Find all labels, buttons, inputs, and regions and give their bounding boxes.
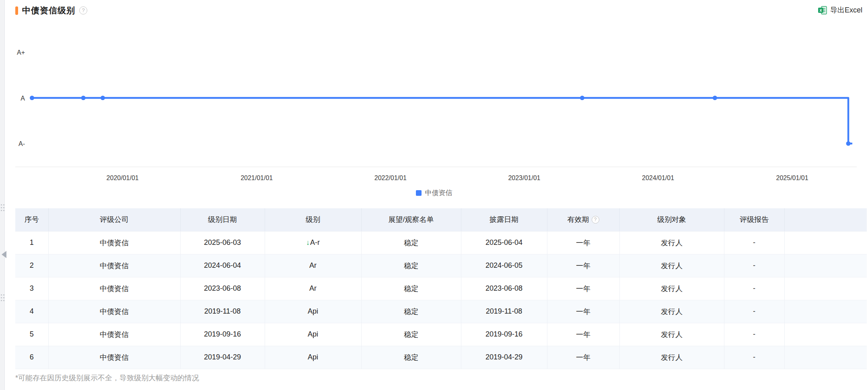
cell-outlook: 稳定 xyxy=(361,254,461,277)
cell-disclosure-date: 2019-11-08 xyxy=(461,300,547,323)
cell-rating: Api xyxy=(265,300,361,323)
column-header-label: 序号 xyxy=(25,215,39,224)
export-excel-button[interactable]: x 导出Excel xyxy=(818,5,862,15)
data-point[interactable] xyxy=(81,96,86,100)
cell--blank xyxy=(784,346,867,369)
data-point[interactable] xyxy=(101,96,105,100)
cell-report: - xyxy=(724,300,784,323)
cell-target: 发行人 xyxy=(619,300,724,323)
cell-disclosure-date: 2025-06-04 xyxy=(461,231,547,254)
cell-outlook: 稳定 xyxy=(361,346,461,369)
cell--blank xyxy=(784,231,867,254)
data-point[interactable] xyxy=(713,96,717,100)
cell-disclosure-date: 2024-06-05 xyxy=(461,254,547,277)
title-accent-bar xyxy=(15,6,18,15)
section-header: 中债资信级别 ? xyxy=(15,5,87,16)
cell-rating: Ar xyxy=(265,277,361,300)
cell-target: 发行人 xyxy=(619,277,724,300)
cell-rating-date: 2019-11-08 xyxy=(180,300,265,323)
column-header-label: 评级报告 xyxy=(740,215,769,224)
column-header-label: 评级公司 xyxy=(100,215,129,224)
cell-target: 发行人 xyxy=(619,323,724,346)
cell-company: 中债资信 xyxy=(48,346,180,369)
cell--blank xyxy=(784,277,867,300)
cell-report: - xyxy=(724,346,784,369)
cell-rating-date: 2019-04-29 xyxy=(180,346,265,369)
title-help-icon[interactable]: ? xyxy=(79,6,87,14)
column-header-7: 级别对象 xyxy=(619,208,724,231)
cell-validity: 一年 xyxy=(547,277,619,300)
ratings-table: 序号评级公司级别日期级别展望/观察名单披露日期有效期?级别对象评级报告 1中债资… xyxy=(15,208,867,369)
rating-series-line xyxy=(32,98,852,144)
cell-rating: Api xyxy=(265,323,361,346)
y-axis-label: A- xyxy=(19,140,25,147)
column-header-label: 展望/观察名单 xyxy=(388,215,434,224)
column-header-0: 序号 xyxy=(15,208,48,231)
cell-validity: 一年 xyxy=(547,254,619,277)
table-row[interactable]: 6中债资信2019-04-29Api稳定2019-04-29一年发行人- xyxy=(15,346,867,369)
page: 中债资信级别 ? x 导出Excel A+AA-2020/01/012021/0… xyxy=(0,0,868,390)
table-row[interactable]: 4中债资信2019-11-08Api稳定2019-11-08一年发行人- xyxy=(15,300,867,323)
cell-seq: 4 xyxy=(15,300,48,323)
table-row[interactable]: 5中债资信2019-09-16Api稳定2019-09-16一年发行人- xyxy=(15,323,867,346)
cell-target: 发行人 xyxy=(619,254,724,277)
cell-rating: Ar xyxy=(265,254,361,277)
drag-handle-icon[interactable] xyxy=(1,294,2,296)
column-header-label: 披露日期 xyxy=(490,215,518,224)
table-row[interactable]: 2中债资信2024-06-04Ar稳定2024-06-05一年发行人- xyxy=(15,254,867,277)
rating-history-line-chart[interactable]: A+AA-2020/01/012021/01/012022/01/012023/… xyxy=(0,23,868,185)
ratings-table-container: 序号评级公司级别日期级别展望/观察名单披露日期有效期?级别对象评级报告 1中债资… xyxy=(15,208,867,369)
cell-target: 发行人 xyxy=(619,231,724,254)
column-header-label: 有效期 xyxy=(568,215,589,224)
drag-handle-icon[interactable] xyxy=(1,204,2,205)
cell-seq: 6 xyxy=(15,346,48,369)
cell-outlook: 稳定 xyxy=(361,277,461,300)
page-title: 中债资信级别 xyxy=(22,5,75,16)
cell-company: 中债资信 xyxy=(48,277,180,300)
y-axis-label: A xyxy=(21,95,25,102)
cell-validity: 一年 xyxy=(547,300,619,323)
x-axis-tick-label: 2020/01/01 xyxy=(107,174,139,181)
cell-validity: 一年 xyxy=(547,323,619,346)
x-axis-tick-label: 2025/01/01 xyxy=(776,174,808,181)
table-row[interactable]: 1中债资信2025-06-03↓A-r稳定2025-06-04一年发行人- xyxy=(15,231,867,254)
export-excel-label: 导出Excel xyxy=(830,5,862,15)
cell-rating-date: 2019-09-16 xyxy=(180,323,265,346)
column-header-3: 级别 xyxy=(265,208,361,231)
validity-help-icon[interactable]: ? xyxy=(592,216,599,224)
cell-report: - xyxy=(724,277,784,300)
table-header-row: 序号评级公司级别日期级别展望/观察名单披露日期有效期?级别对象评级报告 xyxy=(15,208,867,231)
disclaimer-footnote: *可能存在因历史级别展示不全，导致级别大幅变动的情况 xyxy=(15,373,199,383)
svg-text:x: x xyxy=(820,8,822,12)
data-point[interactable] xyxy=(30,96,34,100)
column-header-label: 级别对象 xyxy=(657,215,686,224)
cell-seq: 5 xyxy=(15,323,48,346)
cell--blank xyxy=(784,323,867,346)
cell-rating-date: 2024-06-04 xyxy=(180,254,265,277)
column-header-9 xyxy=(784,208,867,231)
column-header-1: 评级公司 xyxy=(48,208,180,231)
column-header-2: 级别日期 xyxy=(180,208,265,231)
y-axis-label: A+ xyxy=(17,49,25,56)
legend-label: 中债资信 xyxy=(425,188,453,197)
collapse-panel-arrow-icon[interactable] xyxy=(2,251,6,258)
cell-validity: 一年 xyxy=(547,346,619,369)
cell-disclosure-date: 2019-09-16 xyxy=(461,323,547,346)
cell-seq: 1 xyxy=(15,231,48,254)
cell-report: - xyxy=(724,231,784,254)
x-axis-tick-label: 2024/01/01 xyxy=(642,174,674,181)
cell-disclosure-date: 2019-04-29 xyxy=(461,346,547,369)
data-point[interactable] xyxy=(846,142,851,146)
cell-company: 中债资信 xyxy=(48,323,180,346)
table-row[interactable]: 3中债资信2023-06-08Ar稳定2023-06-08一年发行人- xyxy=(15,277,867,300)
cell-outlook: 稳定 xyxy=(361,231,461,254)
data-point[interactable] xyxy=(580,96,584,100)
cell-outlook: 稳定 xyxy=(361,300,461,323)
legend-swatch xyxy=(416,190,422,196)
cell-target: 发行人 xyxy=(619,346,724,369)
x-axis-tick-label: 2023/01/01 xyxy=(508,174,540,181)
column-header-label: 级别日期 xyxy=(208,215,237,224)
cell-rating: ↓A-r xyxy=(265,231,361,254)
excel-icon: x xyxy=(818,6,827,14)
chart-legend[interactable]: 中债资信 xyxy=(0,188,868,197)
